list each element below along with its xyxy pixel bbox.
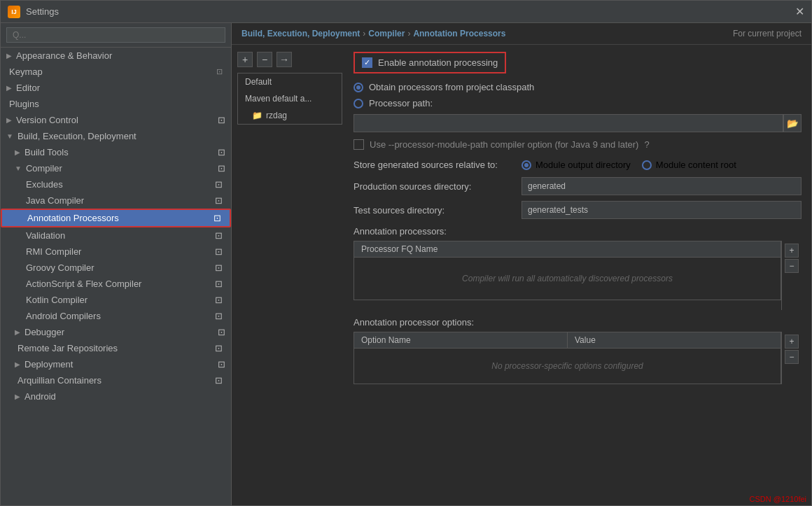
sidebar-item-kotlin[interactable]: Kotlin Compiler ⊡ — [1, 292, 231, 308]
arrow-icon: ▼ — [15, 164, 22, 172]
page-icon: ⊡ — [218, 359, 225, 370]
page-icon: ⊡ — [218, 163, 225, 174]
sidebar-item-appearance[interactable]: ▶ Appearance & Behavior — [1, 48, 231, 64]
arrow-icon: ▶ — [6, 52, 12, 59]
processor-path-label: Processor path: — [369, 98, 433, 108]
sidebar-item-android-compilers[interactable]: Android Compilers ⊡ — [1, 308, 231, 324]
test-label: Test sources directory: — [354, 205, 522, 216]
module-content-label: Module content root — [656, 160, 736, 170]
sidebar-item-build-tools[interactable]: ▶ Build Tools ⊡ — [1, 144, 231, 160]
enable-checkbox[interactable]: ✓ — [362, 57, 372, 68]
page-icon: ⊡ — [215, 375, 223, 386]
sidebar-item-keymap[interactable]: Keymap ⊡ — [1, 64, 231, 80]
sidebar-item-deployment[interactable]: ▶ Deployment ⊡ — [1, 356, 231, 372]
main-panel: Build, Execution, Deployment › Compiler … — [232, 23, 811, 505]
production-label: Production sources directory: — [354, 181, 522, 192]
sidebar-item-vcs[interactable]: ▶ Version Control ⊡ — [1, 112, 231, 128]
enable-annotation-row: ✓ Enable annotation processing — [354, 52, 506, 73]
sidebar-item-android[interactable]: ▶ Android — [1, 388, 231, 405]
proc-add-btn[interactable]: + — [785, 244, 799, 258]
right-panel: ✓ Enable annotation processing Obtain pr… — [344, 52, 811, 498]
page-icon: ⊡ — [215, 311, 223, 321]
test-input[interactable] — [522, 201, 802, 219]
sidebar-item-label: Plugins — [9, 99, 39, 109]
obtain-radio[interactable] — [354, 83, 363, 92]
annotation-proc-table: Processor FQ Name Compiler will run all … — [354, 241, 802, 310]
sidebar-item-debugger[interactable]: ▶ Debugger ⊡ — [1, 324, 231, 340]
proc-remove-btn[interactable]: − — [785, 259, 799, 273]
sidebar-item-label: Kotlin Compiler — [26, 295, 88, 305]
breadcrumb-sep1: › — [363, 29, 365, 38]
module-path-row: Use --processor-module-path compiler opt… — [354, 139, 802, 150]
options-header: Option Name Value — [354, 332, 780, 349]
module-content-radio[interactable] — [642, 160, 652, 170]
options-table-wrapper: Option Name Value No processor-specific … — [354, 332, 802, 384]
value-col: Value — [568, 332, 780, 348]
options-label: Annotation processor options: — [354, 317, 802, 328]
folder-icon: 📁 — [252, 111, 262, 120]
options-table-main: Option Name Value No processor-specific … — [354, 332, 781, 384]
sidebar-item-build[interactable]: ▼ Build, Execution, Deployment — [1, 128, 231, 144]
sidebar-item-plugins[interactable]: Plugins — [1, 96, 231, 112]
options-empty-msg: No processor-specific options configured — [491, 361, 643, 371]
breadcrumb-sep2: › — [407, 29, 410, 38]
sidebar-item-java-compiler[interactable]: Java Compiler ⊡ — [1, 192, 231, 209]
page-icon: ⊡ — [215, 179, 223, 190]
sidebar-item-label: Compiler — [26, 163, 62, 174]
folder-icon: 📂 — [787, 118, 799, 129]
module-path-label: Use --processor-module-path compiler opt… — [370, 139, 638, 150]
arrow-icon: ▶ — [6, 84, 12, 92]
module-output-label: Module output directory — [536, 160, 631, 170]
arrow-icon: ▼ — [6, 132, 13, 140]
sidebar-item-annotation-processors[interactable]: Annotation Processors ⊡ — [1, 209, 231, 227]
sidebar-item-label: Editor — [16, 83, 40, 93]
sidebar-item-excludes[interactable]: Excludes ⊡ — [1, 176, 231, 192]
sidebar-item-label: Deployment — [24, 359, 73, 370]
list-item-label: rzdag — [266, 111, 287, 120]
processor-path-row: Processor path: — [354, 98, 802, 108]
close-button[interactable]: ✕ — [795, 5, 804, 18]
list-item-rzdag[interactable]: 📁 rzdag — [238, 107, 342, 124]
list-item-maven[interactable]: Maven default a... — [238, 90, 342, 107]
sidebar-item-editor[interactable]: ▶ Editor — [1, 80, 231, 96]
options-body: No processor-specific options configured — [354, 349, 780, 384]
arrow-icon: ▶ — [6, 116, 12, 124]
left-panel: + − → Default Maven default a... 📁 rzdag — [232, 52, 344, 498]
main-content: ▶ Appearance & Behavior Keymap ⊡ ▶ Edito… — [1, 23, 811, 505]
module-content-option: Module content root — [642, 160, 736, 170]
sidebar-item-label: Annotation Processors — [27, 213, 119, 223]
sidebar-item-label: Build Tools — [24, 147, 69, 157]
copy-button[interactable]: → — [276, 52, 292, 67]
proc-empty-msg: Compiler will run all automatically disc… — [462, 274, 673, 283]
processor-path-radio[interactable] — [354, 99, 363, 108]
production-input[interactable] — [522, 177, 802, 195]
sidebar-item-rmi-compiler[interactable]: RMI Compiler ⊡ — [1, 244, 231, 260]
settings-window: IJ Settings ✕ ▶ Appearance & Behavior Ke… — [0, 0, 812, 506]
module-output-radio[interactable] — [522, 160, 531, 170]
list-item-default[interactable]: Default — [238, 73, 342, 90]
module-path-checkbox[interactable] — [354, 139, 364, 150]
sidebar: ▶ Appearance & Behavior Keymap ⊡ ▶ Edito… — [1, 23, 232, 505]
sidebar-item-arquillian[interactable]: Arquillian Containers ⊡ — [1, 372, 231, 388]
options-add-btn[interactable]: + — [785, 335, 799, 349]
sidebar-item-groovy-compiler[interactable]: Groovy Compiler ⊡ — [1, 260, 231, 276]
production-row: Production sources directory: — [354, 177, 802, 195]
breadcrumb-current: Annotation Processors — [413, 29, 505, 38]
sidebar-item-actionscript[interactable]: ActionScript & Flex Compiler ⊡ — [1, 276, 231, 292]
sidebar-item-compiler[interactable]: ▼ Compiler ⊡ — [1, 160, 231, 176]
options-remove-btn[interactable]: − — [785, 350, 799, 364]
add-button[interactable]: + — [237, 52, 253, 67]
page-icon: ⊡ — [215, 246, 223, 257]
sidebar-item-remote-jar[interactable]: Remote Jar Repositories ⊡ — [1, 340, 231, 356]
sidebar-scroll: ▶ Appearance & Behavior Keymap ⊡ ▶ Edito… — [1, 48, 231, 505]
sidebar-item-label: ActionScript & Flex Compiler — [26, 279, 141, 289]
sidebar-item-label: Build, Execution, Deployment — [18, 131, 136, 141]
breadcrumb-compiler: Compiler — [368, 29, 405, 38]
sidebar-item-validation[interactable]: Validation ⊡ — [1, 227, 231, 244]
options-table-side: + − — [781, 332, 802, 384]
browse-button[interactable]: 📂 — [783, 114, 802, 132]
watermark: CSDN @1210fei — [750, 495, 806, 503]
search-input[interactable] — [6, 27, 225, 43]
path-input[interactable] — [354, 114, 783, 132]
remove-button[interactable]: − — [257, 52, 272, 67]
